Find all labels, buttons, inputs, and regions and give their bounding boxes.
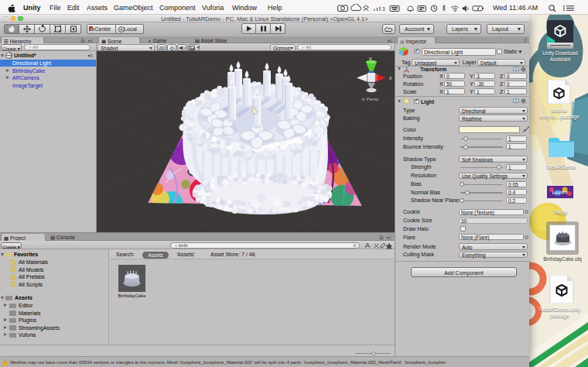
- svg-text:⋖ Persp: ⋖ Persp: [361, 97, 379, 101]
- svg-text:3: 3: [382, 6, 385, 12]
- svg-text:x: x: [389, 75, 392, 81]
- svg-text:HAPPY: HAPPY: [552, 190, 568, 195]
